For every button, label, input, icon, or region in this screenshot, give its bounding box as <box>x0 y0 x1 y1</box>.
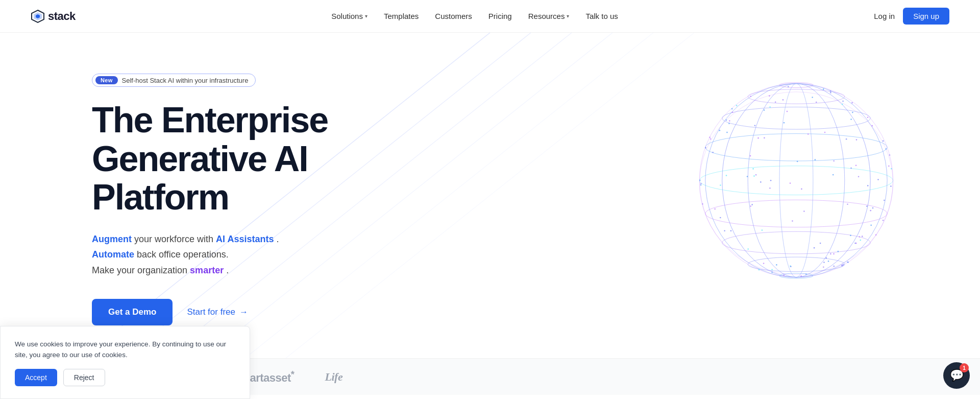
hero-visual <box>643 53 949 319</box>
svg-point-14 <box>705 200 887 227</box>
svg-point-62 <box>820 243 821 244</box>
svg-point-34 <box>731 108 733 110</box>
svg-point-102 <box>797 161 798 162</box>
svg-point-30 <box>850 119 852 120</box>
svg-point-140 <box>792 220 793 222</box>
nav-templates[interactable]: Templates <box>384 12 419 20</box>
svg-point-12 <box>705 134 887 161</box>
chat-badge: 1 <box>960 363 969 372</box>
svg-point-107 <box>720 184 721 186</box>
svg-point-21 <box>748 84 845 277</box>
svg-point-71 <box>854 243 856 244</box>
svg-point-87 <box>754 125 756 126</box>
svg-point-65 <box>705 147 706 149</box>
hero-badge: New Self-host Stack AI within your infra… <box>92 74 256 87</box>
svg-point-127 <box>719 130 721 131</box>
nav-resources[interactable]: Resources ▾ <box>528 12 570 20</box>
svg-point-76 <box>814 247 815 249</box>
svg-point-144 <box>812 97 813 98</box>
svg-point-143 <box>764 137 765 139</box>
svg-point-119 <box>847 203 848 205</box>
svg-point-137 <box>776 264 777 266</box>
svg-point-120 <box>800 275 802 277</box>
svg-point-9 <box>779 83 813 88</box>
svg-point-15 <box>722 231 870 254</box>
badge-new-label: New <box>95 76 118 84</box>
sphere-illustration <box>643 53 949 319</box>
svg-point-38 <box>729 120 730 122</box>
svg-point-69 <box>830 253 831 255</box>
svg-point-125 <box>712 152 714 153</box>
svg-point-128 <box>888 166 890 167</box>
svg-point-78 <box>823 262 825 263</box>
accept-cookies-button[interactable]: Accept <box>15 369 57 386</box>
svg-point-68 <box>816 102 817 103</box>
signup-button[interactable]: Sign up <box>903 8 949 25</box>
svg-point-133 <box>803 210 805 212</box>
subtitle-automate: Automate <box>92 249 134 260</box>
svg-point-94 <box>764 109 765 111</box>
svg-point-61 <box>732 111 733 113</box>
svg-point-24 <box>748 84 845 277</box>
start-free-button[interactable]: Start for free → <box>187 307 248 317</box>
svg-point-58 <box>884 200 885 201</box>
svg-point-99 <box>859 236 861 238</box>
svg-point-112 <box>870 210 871 212</box>
hero-content: New Self-host Stack AI within your infra… <box>92 63 328 325</box>
subtitle-text2: back office operations. <box>137 249 229 260</box>
svg-point-108 <box>867 116 869 118</box>
svg-point-44 <box>842 101 844 102</box>
svg-point-36 <box>852 112 853 113</box>
hero-subtitle: Augment your workforce with AI Assistant… <box>92 231 328 278</box>
chat-bubble[interactable]: 💬 1 <box>943 362 970 389</box>
svg-point-42 <box>769 187 771 189</box>
svg-point-126 <box>757 137 759 139</box>
svg-point-142 <box>838 251 839 252</box>
nav-customers[interactable]: Customers <box>435 12 472 20</box>
nav-solutions[interactable]: Solutions ▾ <box>331 12 368 20</box>
svg-point-60 <box>832 174 834 176</box>
subtitle-dot1: . <box>276 234 279 244</box>
svg-point-121 <box>833 266 835 267</box>
nav-actions: Log in Sign up <box>874 8 949 25</box>
svg-point-64 <box>790 182 791 184</box>
nav-pricing[interactable]: Pricing <box>488 12 512 20</box>
svg-point-77 <box>883 220 884 221</box>
svg-point-29 <box>782 99 784 101</box>
login-button[interactable]: Log in <box>874 12 895 20</box>
svg-point-23 <box>779 84 813 277</box>
svg-point-131 <box>790 266 792 268</box>
svg-point-118 <box>830 92 831 93</box>
get-demo-button[interactable]: Get a Demo <box>92 299 173 325</box>
svg-point-91 <box>724 230 725 232</box>
hero-title: The Enterprise Generative AI Platform <box>92 101 328 217</box>
svg-point-70 <box>856 139 857 140</box>
svg-point-63 <box>830 90 831 92</box>
badge-description: Self-host Stack AI within your infrastru… <box>122 77 249 84</box>
subtitle-text3: Make your organization <box>92 265 190 275</box>
svg-point-111 <box>823 88 824 90</box>
svg-point-92 <box>750 155 751 157</box>
svg-point-13 <box>699 166 893 195</box>
svg-point-134 <box>870 225 872 226</box>
hero-title-line3: Platform <box>92 177 229 217</box>
nav-talk[interactable]: Talk to us <box>585 12 618 20</box>
logo-link[interactable]: stack <box>31 9 76 24</box>
cookie-banner: We use cookies to improve your experienc… <box>0 326 250 395</box>
svg-point-85 <box>775 101 776 103</box>
svg-point-145 <box>801 189 802 190</box>
svg-point-89 <box>828 261 829 262</box>
hero-section: New Self-host Stack AI within your infra… <box>0 33 980 358</box>
svg-point-20 <box>722 84 870 277</box>
navbar: stack Solutions ▾ Templates Customers Pr… <box>0 0 980 33</box>
reject-cookies-button[interactable]: Reject <box>63 369 105 386</box>
svg-point-113 <box>736 105 738 106</box>
svg-point-67 <box>858 176 860 177</box>
svg-point-138 <box>872 207 874 209</box>
svg-point-73 <box>726 175 727 176</box>
svg-point-93 <box>753 175 755 177</box>
svg-point-47 <box>758 269 760 271</box>
svg-point-57 <box>851 102 853 104</box>
svg-point-51 <box>877 179 879 180</box>
svg-point-130 <box>728 123 730 124</box>
